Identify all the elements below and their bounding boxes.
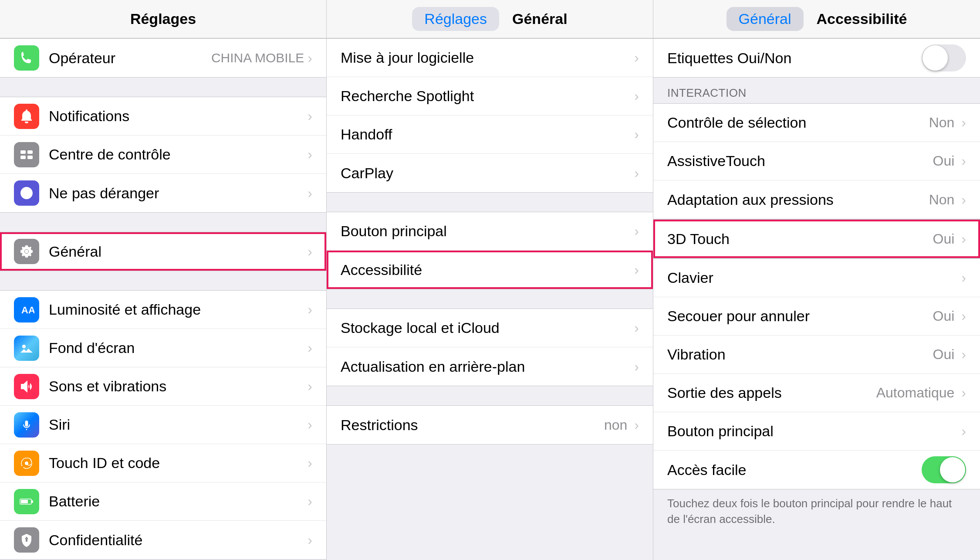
svg-rect-2: [20, 156, 26, 159]
sons-chevron: ›: [308, 378, 312, 394]
interaction-header: INTERACTION: [653, 78, 980, 103]
sons-label: Sons et vibrations: [49, 378, 308, 395]
row-recherche-spotlight[interactable]: Recherche Spotlight ›: [327, 77, 653, 115]
siri-label: Siri: [49, 416, 308, 433]
carplay-label: CarPlay: [341, 165, 634, 182]
svg-rect-1: [27, 150, 33, 154]
row-clavier[interactable]: Clavier ›: [653, 259, 980, 297]
svg-text:AA: AA: [21, 305, 34, 316]
vibration-label: Vibration: [667, 346, 933, 363]
col2-group2: Bouton principal › Accessibilité ›: [327, 212, 653, 289]
row-etiquettes[interactable]: Etiquettes Oui/Non: [653, 39, 980, 77]
confidentialite-icon: [14, 527, 39, 553]
top-nav: Réglages Réglages Général Général Access…: [0, 0, 980, 38]
adaptation-pressions-chevron: ›: [961, 192, 966, 208]
svg-rect-10: [31, 500, 33, 503]
touch-id-chevron: ›: [308, 455, 312, 471]
secouer-chevron: ›: [961, 308, 966, 324]
row-handoff[interactable]: Handoff ›: [327, 115, 653, 154]
footer-note: Touchez deux fois le bouton principal po…: [653, 489, 980, 536]
accessibilite-chevron: ›: [634, 262, 639, 278]
row-3d-touch[interactable]: 3D Touch Oui ›: [653, 220, 980, 258]
nav-title-2: Général: [512, 10, 568, 27]
acces-facile-toggle[interactable]: [922, 456, 966, 483]
nav-title-3: Accessibilité: [817, 10, 907, 27]
row-maj-logicielle[interactable]: Mise à jour logicielle ›: [327, 39, 653, 77]
bouton-principal-col3-chevron: ›: [961, 423, 966, 439]
siri-chevron: ›: [308, 417, 312, 433]
luminosite-chevron: ›: [308, 302, 312, 318]
svg-rect-0: [20, 150, 26, 154]
row-confidentialite[interactable]: Confidentialité ›: [0, 521, 326, 559]
fond-ecran-icon: [14, 336, 39, 361]
luminosite-label: Luminosité et affichage: [49, 301, 308, 318]
col1-main-group: Notifications › Centre de contrôle › Ne …: [0, 97, 326, 213]
acces-facile-label: Accès facile: [667, 462, 917, 479]
nav-back-3[interactable]: Général: [727, 7, 804, 31]
secouer-label: Secouer pour annuler: [667, 308, 933, 325]
row-sons[interactable]: Sons et vibrations ›: [0, 367, 326, 406]
batterie-label: Batterie: [49, 493, 308, 510]
general-label: Général: [49, 243, 308, 260]
row-assistive-touch[interactable]: AssistiveTouch Oui ›: [653, 142, 980, 180]
row-batterie[interactable]: Batterie ›: [0, 482, 326, 521]
3d-touch-chevron: ›: [961, 231, 966, 247]
row-restrictions[interactable]: Restrictions non ›: [327, 406, 653, 444]
row-ne-pas-deranger[interactable]: Ne pas déranger ›: [0, 174, 326, 212]
row-accessibilite[interactable]: Accessibilité ›: [327, 251, 653, 289]
secouer-value: Oui: [933, 308, 955, 324]
centre-controle-icon: [14, 142, 39, 167]
confidentialite-label: Confidentialité: [49, 532, 308, 549]
sons-icon: [14, 374, 39, 399]
row-actualisation[interactable]: Actualisation en arrière-plan ›: [327, 347, 653, 386]
sortie-appels-chevron: ›: [961, 385, 966, 401]
acces-facile-toggle-knob: [940, 457, 965, 482]
row-bouton-principal-col2[interactable]: Bouton principal ›: [327, 212, 653, 251]
maj-label: Mise à jour logicielle: [341, 49, 634, 66]
row-stockage-icloud[interactable]: Stockage local et iCloud ›: [327, 309, 653, 347]
row-secouer[interactable]: Secouer pour annuler Oui ›: [653, 297, 980, 336]
assistive-touch-chevron: ›: [961, 153, 966, 169]
row-sortie-appels[interactable]: Sortie des appels Automatique ›: [653, 374, 980, 412]
fond-ecran-label: Fond d'écran: [49, 339, 308, 356]
carplay-chevron: ›: [634, 165, 639, 181]
stockage-label: Stockage local et iCloud: [341, 319, 634, 336]
row-luminosite[interactable]: AA Luminosité et affichage ›: [0, 291, 326, 329]
col1-display-group: AA Luminosité et affichage › Fond d'écra…: [0, 290, 326, 560]
siri-icon: [14, 412, 39, 438]
touch-id-icon: [14, 451, 39, 476]
actualisation-chevron: ›: [634, 359, 639, 375]
vibration-chevron: ›: [961, 346, 966, 363]
nav-col1: Réglages: [0, 0, 327, 38]
general-chevron: ›: [308, 244, 312, 260]
row-acces-facile[interactable]: Accès facile: [653, 451, 980, 489]
assistive-touch-label: AssistiveTouch: [667, 153, 933, 170]
notifications-label: Notifications: [49, 108, 308, 125]
row-touch-id[interactable]: Touch ID et code ›: [0, 444, 326, 482]
col2-group1: Mise à jour logicielle › Recherche Spotl…: [327, 38, 653, 193]
row-operateur[interactable]: Opérateur CHINA MOBILE ›: [0, 39, 326, 77]
column-3: Etiquettes Oui/Non INTERACTION Contrôle …: [653, 38, 980, 560]
nav-back-2[interactable]: Réglages: [412, 7, 499, 31]
row-fond-ecran[interactable]: Fond d'écran ›: [0, 329, 326, 367]
row-notifications[interactable]: Notifications ›: [0, 97, 326, 136]
etiquettes-toggle[interactable]: [922, 44, 966, 71]
row-bouton-principal-col3[interactable]: Bouton principal ›: [653, 412, 980, 451]
row-vibration[interactable]: Vibration Oui ›: [653, 336, 980, 374]
row-general[interactable]: Général ›: [0, 232, 326, 271]
nav-title-1: Réglages: [130, 10, 196, 27]
adaptation-pressions-value: Non: [929, 192, 955, 208]
operateur-chevron: ›: [308, 50, 312, 66]
bouton-principal-col2-label: Bouton principal: [341, 223, 634, 240]
row-carplay[interactable]: CarPlay ›: [327, 154, 653, 192]
sortie-appels-label: Sortie des appels: [667, 384, 876, 401]
svg-point-4: [25, 250, 28, 253]
row-controle-selection[interactable]: Contrôle de sélection Non ›: [653, 104, 980, 142]
row-centre-controle[interactable]: Centre de contrôle ›: [0, 136, 326, 174]
row-adaptation-pressions[interactable]: Adaptation aux pressions Non ›: [653, 180, 980, 219]
controle-selection-chevron: ›: [961, 115, 966, 131]
row-siri[interactable]: Siri ›: [0, 406, 326, 444]
etiquettes-toggle-knob: [923, 45, 948, 71]
batterie-chevron: ›: [308, 493, 312, 509]
luminosite-icon: AA: [14, 297, 39, 322]
